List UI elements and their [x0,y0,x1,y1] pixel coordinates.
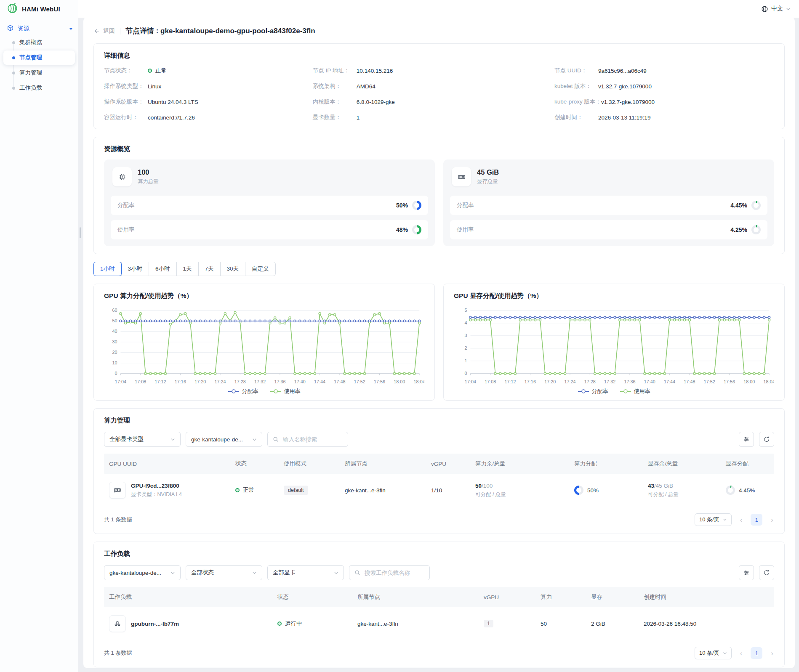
prev-page-button[interactable]: ‹ [739,650,743,657]
page-size-select[interactable]: 10 条/页 [695,513,732,526]
compute-trend-chart: 010203040506017:0417:0817:1217:1617:2017… [104,305,424,387]
node-select[interactable]: gke-kantaloupe-de... [186,432,262,447]
legend-label: 分配率 [592,388,608,395]
time-range-button[interactable]: 1天 [176,262,199,276]
pagination: 10 条/页 ‹ 1 › [695,647,774,659]
detail-value: Ubuntu 24.04.3 LTS [148,99,198,105]
gpu-card-icon [109,482,126,499]
column-header: vGPU [479,594,535,600]
sidebar-group-label: 资源 [18,25,65,32]
refresh-button[interactable] [759,432,774,447]
usage-ring [751,225,761,234]
workload-name-link[interactable]: gpuburn-...-lb77m [131,621,179,627]
column-settings-button[interactable] [739,565,754,580]
legend-item[interactable]: 使用率 [620,388,650,395]
page-size-value: 10 条/页 [699,516,719,523]
allocation-rate-value: 4.45% [730,202,747,209]
svg-text:17:12: 17:12 [155,379,166,384]
detail-label: 节点状态： [104,67,148,74]
workload-gpu-select[interactable]: 全部显卡 [267,565,344,580]
svg-text:17:08: 17:08 [135,379,146,384]
time-range-button[interactable]: 自定义 [245,262,276,276]
time-range-button[interactable]: 3小时 [121,262,149,276]
legend-item[interactable]: 分配率 [578,388,608,395]
chevron-down-icon [786,7,791,11]
time-range-button[interactable]: 7天 [198,262,221,276]
chevron-down-icon [170,437,175,442]
svg-text:17:48: 17:48 [334,379,345,384]
workload-core: 50 [535,621,586,627]
gpu-search-input[interactable] [282,436,343,443]
pagination: 10 条/页 ‹ 1 › [695,513,774,526]
chevron-down-icon [69,27,73,31]
svg-text:18:04: 18:04 [414,379,424,384]
sidebar-item-link[interactable]: 工作负载 [3,81,75,95]
svg-text:5: 5 [465,308,467,313]
page-size-select[interactable]: 10 条/页 [695,647,732,659]
svg-text:17:16: 17:16 [525,379,536,384]
gpu-uuid-link[interactable]: GPU-f9cd...23f800 [131,483,182,489]
column-header: 状态 [230,460,279,467]
workloads-table-header: 工作负载状态所属节点vGPU算力显存创建时间 [104,587,774,607]
workload-node-select[interactable]: gke-kantaloupe-de... [104,565,181,580]
detail-label: kube-proxy 版本： [554,98,601,106]
total-count: 共 1 条数据 [104,649,132,657]
detail-label: 操作系统版本： [104,98,148,106]
legend-item[interactable]: 使用率 [270,388,301,395]
compute-allocation-row: 分配率 50% [111,196,428,215]
current-page[interactable]: 1 [751,514,762,526]
sidebar-item-active[interactable]: 节点管理 [3,50,75,65]
allocation-rate-label: 分配率 [457,202,474,209]
time-range-button[interactable]: 6小时 [149,262,177,276]
sidebar-item-link[interactable]: 集群概览 [3,35,75,50]
detail-value: 6.8.0-1029-gke [357,99,395,105]
column-header: 所属节点 [340,460,426,467]
detail-label: 创建时间： [554,114,598,121]
core-alloc-value: 50% [587,487,599,494]
svg-text:17:56: 17:56 [724,379,735,384]
gpu-node: gke-kant...e-3fln [340,487,426,494]
detail-field: 操作系统类型：Linux [104,82,313,90]
svg-text:0: 0 [115,371,117,376]
svg-text:18:00: 18:00 [394,379,405,384]
svg-text:17:52: 17:52 [354,379,365,384]
workload-search-input[interactable] [364,569,424,576]
legend-label: 使用率 [634,388,650,395]
memory-total-head: 45 GiB 显存总量 [450,165,767,191]
sidebar-resize-handle[interactable] [80,227,81,238]
sliders-icon [743,569,750,576]
language-selector[interactable]: 中文 [761,0,791,18]
compute-filters: 全部显卡类型 gke-kantaloupe-de... [104,432,774,447]
compute-total-value: 100 [138,168,159,176]
workload-gpu-select-value: 全部显卡 [273,569,296,576]
charts-row: GPU 算力分配/使用趋势（%） 010203040506017:0417:08… [93,284,785,401]
next-page-button[interactable]: › [770,650,774,657]
gpu-type-select[interactable]: 全部显卡类型 [104,432,181,447]
nav-dot [12,87,15,90]
usage-rate-label: 使用率 [457,226,474,234]
column-header: vGPU [426,461,470,467]
next-page-button[interactable]: › [770,516,774,523]
workload-node-select-value: gke-kantaloupe-de... [109,570,161,576]
column-settings-button[interactable] [739,432,754,447]
workload-table-row: gpuburn-...-lb77m 运行中 gke-kant...e-3fln … [104,607,774,640]
compute-total-label: 算力总量 [138,178,159,185]
legend-marker-icon [578,389,589,393]
detail-field: 显卡数量：1 [313,114,554,121]
time-range-button[interactable]: 1小时 [93,262,122,276]
detail-label: 显卡数量： [313,114,357,121]
svg-text:60: 60 [112,308,117,313]
app-logo-row: HAMi WebUI [0,0,78,18]
core-free-total: 50/100 [475,483,564,489]
compute-table-title: 算力管理 [104,416,774,425]
current-page[interactable]: 1 [751,647,762,659]
legend-item[interactable]: 分配率 [228,388,258,395]
time-range-button[interactable]: 30天 [220,262,246,276]
prev-page-button[interactable]: ‹ [739,516,743,523]
sidebar-item-link[interactable]: 算力管理 [3,66,75,80]
back-button[interactable]: 返回 [93,27,115,35]
sidebar-group-resources[interactable]: 资源 [7,24,73,33]
refresh-button[interactable] [759,565,774,580]
workload-status-select[interactable]: 全部状态 [186,565,262,580]
detail-field: kubelet 版本：v1.32.7-gke.1079000 [554,82,774,90]
